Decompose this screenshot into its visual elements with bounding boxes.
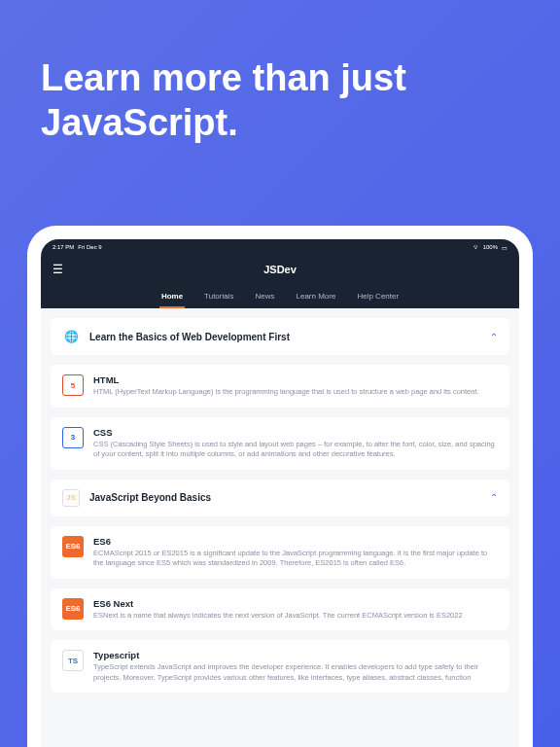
js-icon: JS — [62, 489, 80, 507]
tablet-screen: 2:17 PM Fri Dec 9 ᯤ 100% ▭ ☰ JSDev Home … — [41, 239, 519, 747]
card-desc: TypeScript extends JavaScript and improv… — [93, 662, 498, 683]
tab-help-center[interactable]: Help Center — [355, 286, 401, 308]
chevron-up-icon: ⌃ — [490, 332, 498, 342]
card-title: ES6 — [93, 536, 498, 547]
card-body: ES6 ECMAScript 2015 or ES2015 is a signi… — [93, 536, 498, 569]
hero-headline: Learn more than just JavaScript. — [0, 0, 560, 184]
status-right: ᯤ 100% ▭ — [473, 244, 508, 251]
tab-tutorials[interactable]: Tutorials — [202, 286, 235, 308]
es6-icon: ES6 — [62, 598, 84, 620]
card-body: ES6 Next ESNext is a name that always in… — [93, 598, 498, 622]
card-typescript[interactable]: TS Typescript TypeScript extends JavaScr… — [51, 640, 509, 693]
card-desc: ECMAScript 2015 or ES2015 is a significa… — [93, 549, 498, 569]
status-date: Fri Dec 9 — [78, 244, 101, 250]
card-title: Typescript — [93, 650, 498, 660]
card-desc: ESNext is a name that always indicates t… — [93, 611, 498, 622]
section-title: Learn the Basics of Web Development Firs… — [89, 332, 290, 342]
card-body: CSS CSS (Cascading Style Sheets) is used… — [93, 427, 498, 460]
wifi-icon: ᯤ — [473, 244, 479, 250]
battery-icon: ▭ — [502, 244, 508, 251]
card-css[interactable]: 3 CSS CSS (Cascading Style Sheets) is us… — [51, 417, 509, 470]
section-header-basics[interactable]: 🌐 Learn the Basics of Web Development Fi… — [51, 318, 509, 355]
tab-news[interactable]: News — [254, 286, 277, 308]
tab-learn-more[interactable]: Learn More — [295, 286, 338, 308]
card-desc: HTML (HyperText Markup Language) is the … — [93, 387, 498, 398]
chevron-up-icon: ⌃ — [490, 492, 498, 503]
content-area: 🌐 Learn the Basics of Web Development Fi… — [41, 308, 519, 747]
tab-home[interactable]: Home — [159, 286, 185, 308]
css-icon: 3 — [62, 427, 84, 448]
status-bar: 2:17 PM Fri Dec 9 ᯤ 100% ▭ — [41, 239, 519, 255]
card-es6-next[interactable]: ES6 ES6 Next ESNext is a name that alway… — [51, 588, 509, 631]
status-time: 2:17 PM — [52, 244, 74, 250]
nav-bar: ☰ JSDev — [41, 255, 519, 284]
section-title: JavaScript Beyond Basics — [89, 492, 211, 503]
section-header-beyond[interactable]: JS JavaScript Beyond Basics ⌃ — [51, 480, 509, 516]
card-es6[interactable]: ES6 ES6 ECMAScript 2015 or ES2015 is a s… — [51, 526, 509, 579]
app-title: JSDev — [263, 264, 297, 275]
battery-percent: 100% — [483, 244, 498, 250]
html-icon: 5 — [62, 374, 84, 396]
card-title: ES6 Next — [93, 598, 498, 609]
card-html[interactable]: 5 HTML HTML (HyperText Markup Language) … — [51, 365, 509, 408]
tabs-row: Home Tutorials News Learn More Help Cent… — [41, 284, 519, 308]
card-body: HTML HTML (HyperText Markup Language) is… — [93, 374, 498, 398]
card-body: Typescript TypeScript extends JavaScript… — [93, 650, 498, 683]
card-desc: CSS (Cascading Style Sheets) is used to … — [93, 440, 498, 460]
es6-icon: ES6 — [62, 536, 84, 557]
tablet-frame: 2:17 PM Fri Dec 9 ᯤ 100% ▭ ☰ JSDev Home … — [27, 226, 533, 747]
menu-icon[interactable]: ☰ — [52, 263, 63, 276]
status-left: 2:17 PM Fri Dec 9 — [52, 244, 102, 250]
card-title: CSS — [93, 427, 498, 438]
ts-icon: TS — [62, 650, 84, 671]
web-icon: 🌐 — [62, 328, 80, 345]
card-title: HTML — [93, 374, 498, 385]
